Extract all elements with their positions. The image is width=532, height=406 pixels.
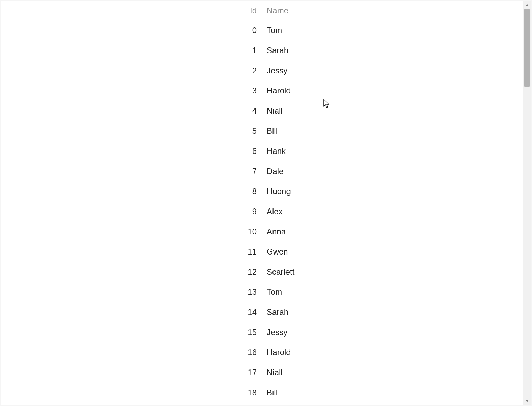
table-row[interactable]: 12Scarlett (1, 262, 531, 282)
data-grid[interactable]: Id Name 0Tom1Sarah2Jessy3Harold4Niall5Bi… (1, 1, 531, 405)
cell-name: Jessy (262, 322, 531, 342)
table-row[interactable]: 6Hank (1, 141, 531, 161)
cell-name: Niall (262, 101, 531, 121)
table-row[interactable]: 16Harold (1, 342, 531, 362)
cell-id: 11 (1, 242, 262, 262)
cell-name: Bill (262, 382, 531, 403)
table-row[interactable]: 11Gwen (1, 242, 531, 262)
table-row[interactable]: 15Jessy (1, 322, 531, 342)
cell-name: Dale (262, 161, 531, 181)
cell-name: Gwen (262, 242, 531, 262)
cell-id: 10 (1, 221, 262, 242)
table-row[interactable]: 8Huong (1, 181, 531, 201)
table-row[interactable]: 2Jessy (1, 60, 531, 81)
table-row[interactable]: 14Sarah (1, 302, 531, 322)
table-row[interactable]: 3Harold (1, 81, 531, 101)
cell-id: 3 (1, 81, 262, 101)
cell-id: 18 (1, 382, 262, 403)
cell-name: Alex (262, 201, 531, 221)
cell-id: 4 (1, 101, 262, 121)
cell-id: 12 (1, 262, 262, 282)
cell-name: Harold (262, 81, 531, 101)
table-row[interactable]: 4Niall (1, 101, 531, 121)
cell-id: 5 (1, 121, 262, 141)
cell-id: 9 (1, 201, 262, 221)
cell-name: Jessy (262, 60, 531, 81)
cell-id: 14 (1, 302, 262, 322)
cell-id: 13 (1, 282, 262, 302)
cell-name: Sarah (262, 40, 531, 60)
cell-id: 1 (1, 40, 262, 60)
table-row[interactable]: 9Alex (1, 201, 531, 221)
grid-body: 0Tom1Sarah2Jessy3Harold4Niall5Bill6Hank7… (1, 20, 531, 403)
cell-id: 17 (1, 362, 262, 382)
cell-name: Bill (262, 121, 531, 141)
cell-name: Niall (262, 362, 531, 382)
cell-id: 8 (1, 181, 262, 201)
cell-id: 0 (1, 20, 262, 40)
scroll-thumb[interactable] (524, 9, 530, 87)
vertical-scrollbar[interactable] (523, 1, 531, 405)
grid-header-row: Id Name (1, 1, 531, 20)
cell-name: Huong (262, 181, 531, 201)
table-row[interactable]: 18Bill (1, 382, 531, 403)
scroll-up-arrow-icon[interactable] (523, 1, 531, 9)
table-row[interactable]: 17Niall (1, 362, 531, 382)
cell-id: 6 (1, 141, 262, 161)
cell-name: Harold (262, 342, 531, 362)
scroll-down-arrow-icon[interactable] (523, 397, 531, 405)
table-row[interactable]: 5Bill (1, 121, 531, 141)
table-row[interactable]: 1Sarah (1, 40, 531, 60)
cell-name: Anna (262, 221, 531, 242)
cell-name: Sarah (262, 302, 531, 322)
column-header-id[interactable]: Id (1, 1, 262, 20)
table-row[interactable]: 0Tom (1, 20, 531, 40)
cell-name: Tom (262, 20, 531, 40)
cell-name: Tom (262, 282, 531, 302)
table-row[interactable]: 7Dale (1, 161, 531, 181)
cell-name: Scarlett (262, 262, 531, 282)
table-row[interactable]: 13Tom (1, 282, 531, 302)
cell-id: 2 (1, 60, 262, 81)
cell-id: 16 (1, 342, 262, 362)
cell-id: 7 (1, 161, 262, 181)
cell-name: Hank (262, 141, 531, 161)
table-row[interactable]: 10Anna (1, 221, 531, 242)
column-header-name[interactable]: Name (262, 1, 531, 20)
cell-id: 15 (1, 322, 262, 342)
